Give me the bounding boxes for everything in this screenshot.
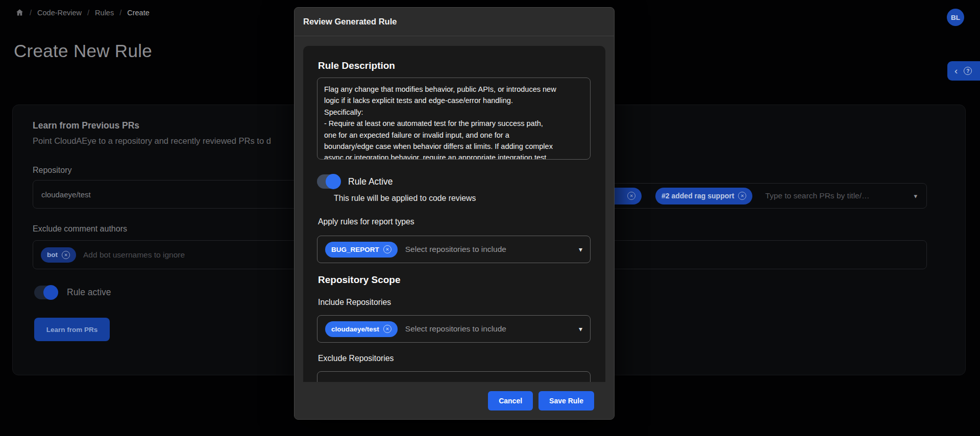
rule-active-label: Rule active xyxy=(67,287,111,298)
rule-description-textarea[interactable]: Flag any change that modifies behavior, … xyxy=(317,78,591,160)
panel-description: Point CloudAEye to a repository and rece… xyxy=(33,136,271,146)
remove-icon[interactable]: ✕ xyxy=(383,325,391,333)
report-types-label: Apply rules for report types xyxy=(318,217,414,226)
modal-rule-active-toggle[interactable] xyxy=(317,174,340,189)
chevron-down-icon[interactable]: ▾ xyxy=(914,192,917,200)
breadcrumb-item-create: Create xyxy=(127,9,150,17)
repository-label: Repository xyxy=(33,166,71,175)
toggle-knob xyxy=(43,285,58,300)
rule-active-row: Rule active xyxy=(34,286,111,299)
rule-active-help-text: This rule will be applied to code review… xyxy=(334,194,476,203)
review-generated-rule-modal: Review Generated Rule Rule Description F… xyxy=(294,7,615,420)
remove-icon[interactable]: ✕ xyxy=(62,251,70,259)
avatar[interactable]: BL xyxy=(947,9,964,26)
include-repositories-placeholder: Select repositories to include xyxy=(405,324,506,334)
modal-body: Rule Description Flag any change that mo… xyxy=(295,36,614,382)
cancel-button[interactable]: Cancel xyxy=(488,391,533,411)
rule-card: Rule Description Flag any change that mo… xyxy=(303,46,605,382)
chevron-left-icon: ‹ xyxy=(954,66,958,75)
rule-description-heading: Rule Description xyxy=(318,60,395,71)
repository-value: cloudaeye/test xyxy=(41,190,91,199)
remove-icon[interactable]: ✕ xyxy=(383,245,391,253)
home-icon[interactable] xyxy=(15,8,24,17)
include-repo-chip[interactable]: cloudaeye/test ✕ xyxy=(325,321,398,337)
page-title: Create New Rule xyxy=(14,41,152,61)
modal-footer: Cancel Save Rule xyxy=(295,382,614,420)
exclude-repositories-label: Exclude Repositories xyxy=(318,354,394,363)
bug-report-chip-label: BUG_REPORT xyxy=(331,246,379,253)
bot-chip-label: bot xyxy=(47,251,58,259)
rule-active-toggle[interactable] xyxy=(34,286,58,299)
breadcrumb-separator: / xyxy=(119,9,121,17)
breadcrumb-item-rules[interactable]: Rules xyxy=(95,9,114,17)
modal-rule-active-row: Rule Active xyxy=(317,174,393,189)
include-repositories-select[interactable]: cloudaeye/test ✕ Select repositories to … xyxy=(317,315,591,343)
help-icon: ? xyxy=(964,67,972,75)
modal-title: Review Generated Rule xyxy=(295,8,614,36)
pr-search-placeholder: Type to search PRs by title/… xyxy=(765,191,869,200)
panel-heading: Learn from Previous PRs xyxy=(33,120,139,131)
remove-icon[interactable]: ✕ xyxy=(627,192,635,200)
chevron-down-icon[interactable]: ▾ xyxy=(579,245,582,253)
learn-from-prs-button[interactable]: Learn from PRs xyxy=(34,318,110,341)
exclude-authors-label: Exclude comment authors xyxy=(33,224,127,234)
toggle-knob xyxy=(326,174,341,189)
include-repo-chip-label: cloudaeye/test xyxy=(331,325,379,333)
pr-chip[interactable]: #2 added rag support ✕ xyxy=(655,188,752,204)
repository-scope-heading: Repository Scope xyxy=(318,274,401,286)
breadcrumb-separator: / xyxy=(87,9,89,17)
breadcrumb-item-code-review[interactable]: Code-Review xyxy=(37,9,82,17)
collapse-help-button[interactable]: ‹ ? xyxy=(947,61,980,81)
breadcrumb-separator: / xyxy=(30,9,32,17)
pr-chip-label: #2 added rag support xyxy=(662,192,734,200)
save-rule-button[interactable]: Save Rule xyxy=(538,391,594,411)
exclude-authors-placeholder: Add bot usernames to ignore xyxy=(83,250,185,260)
include-repositories-label: Include Repositories xyxy=(318,298,391,307)
chevron-down-icon[interactable]: ▾ xyxy=(579,325,582,333)
report-types-select[interactable]: BUG_REPORT ✕ Select repositories to incl… xyxy=(317,236,591,263)
report-types-placeholder: Select repositories to include xyxy=(405,245,506,254)
modal-rule-active-label: Rule Active xyxy=(348,176,393,187)
bug-report-chip[interactable]: BUG_REPORT ✕ xyxy=(325,242,398,258)
breadcrumb: / Code-Review / Rules / Create xyxy=(15,8,150,17)
bot-chip[interactable]: bot ✕ xyxy=(41,247,76,263)
app-root: / Code-Review / Rules / Create Create Ne… xyxy=(0,0,980,436)
exclude-repositories-select[interactable]: Select repositories to exclude xyxy=(317,371,591,382)
remove-icon[interactable]: ✕ xyxy=(738,192,746,200)
exclude-repositories-placeholder: Select repositories to exclude xyxy=(325,380,428,382)
